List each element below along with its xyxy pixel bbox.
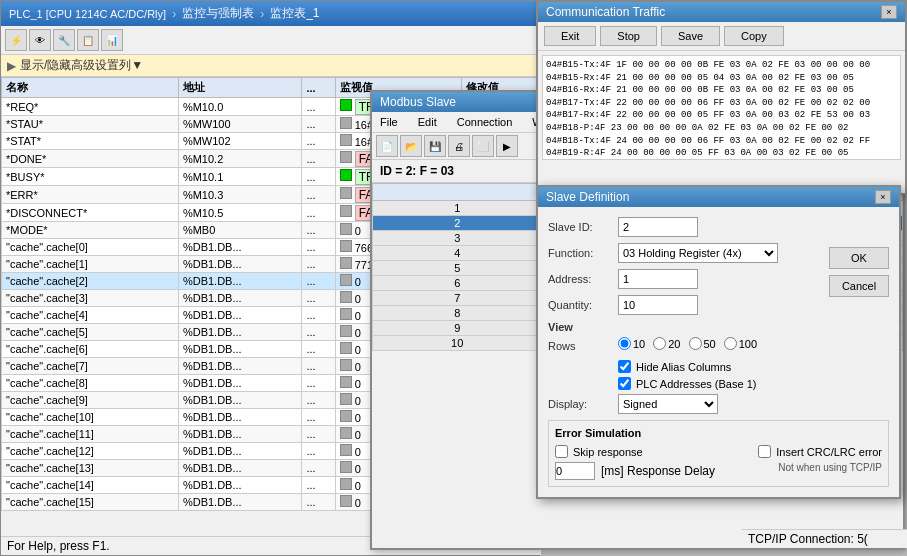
monitor-icon	[340, 151, 352, 163]
plc-cell-dots: ...	[302, 290, 335, 307]
plc-breadcrumb-2: 监控与强制表	[182, 5, 254, 22]
comm-title: Communication Traffic	[546, 5, 665, 19]
plc-cell-addr: %DB1.DB...	[178, 494, 302, 511]
comm-traffic-line: 04#B18-P:4F 23 00 00 00 00 0A 02 FE 03 0…	[546, 122, 897, 135]
hide-alias-row: Hide Alias Columns	[618, 360, 889, 373]
plc-cell-name: *DISCONNECT*	[2, 204, 179, 222]
quantity-input[interactable]	[618, 295, 698, 315]
row-radio-10[interactable]: 10	[618, 337, 645, 350]
skip-response-checkbox[interactable]	[555, 445, 568, 458]
slave-id-row: Slave ID:	[548, 217, 889, 237]
toolbar-btn-5[interactable]: 📊	[101, 29, 123, 51]
modbus-toolbar-new[interactable]: 📄	[376, 135, 398, 157]
address-input[interactable]	[618, 269, 698, 289]
plc-cell-dots: ...	[302, 168, 335, 186]
plc-cell-dots: ...	[302, 358, 335, 375]
slave-id-label: Slave ID:	[548, 221, 618, 233]
plc-cell-addr: %M10.5	[178, 204, 302, 222]
modbus-toolbar-save[interactable]: 💾	[424, 135, 446, 157]
plc-cell-addr: %M10.3	[178, 186, 302, 204]
monitor-icon	[340, 427, 352, 439]
comm-traffic-line: 04#B19-R:4F 24 00 00 00 00 05 FF 03 0A 0…	[546, 147, 897, 160]
ok-button[interactable]: OK	[829, 247, 889, 269]
col-name: 名称	[2, 78, 179, 98]
plc-cell-dots: ...	[302, 409, 335, 426]
insert-crc-row: Insert CRC/LRC error	[758, 445, 882, 458]
plc-cell-addr: %DB1.DB...	[178, 256, 302, 273]
plc-address-checkbox[interactable]	[618, 377, 631, 390]
slave-close-btn[interactable]: ×	[875, 190, 891, 204]
menu-file[interactable]: File	[376, 114, 402, 130]
plc-cell-name: "cache".cache[8]	[2, 375, 179, 392]
not-tcp-label: Not when using TCP/IP	[776, 462, 882, 473]
display-label: Display:	[548, 398, 618, 410]
menu-connection[interactable]: Connection	[453, 114, 517, 130]
hide-alias-checkbox[interactable]	[618, 360, 631, 373]
function-label: Function:	[548, 247, 618, 259]
modbus-cell-num: 7	[373, 291, 542, 306]
plc-cell-name: "cache".cache[13]	[2, 460, 179, 477]
monitor-icon	[340, 117, 352, 129]
plc-cell-dots: ...	[302, 494, 335, 511]
rows-radio-group: 10 20 50 100	[618, 337, 757, 350]
plc-cell-dots: ...	[302, 222, 335, 239]
slave-id-input[interactable]	[618, 217, 698, 237]
monitor-icon	[340, 205, 352, 217]
modbus-toolbar-print[interactable]: 🖨	[448, 135, 470, 157]
plc-cell-name: *DONE*	[2, 150, 179, 168]
modbus-toolbar-open[interactable]: 📂	[400, 135, 422, 157]
plc-cell-name: *MODE*	[2, 222, 179, 239]
cancel-button[interactable]: Cancel	[829, 275, 889, 297]
quantity-label: Quantity:	[548, 299, 618, 311]
plc-cell-dots: ...	[302, 186, 335, 204]
monitor-icon	[340, 240, 352, 252]
error-sim-section: Error Simulation Skip response [ms] Resp…	[548, 420, 889, 487]
modbus-toolbar-5[interactable]: ⬜	[472, 135, 494, 157]
plc-cell-addr: %DB1.DB...	[178, 341, 302, 358]
plc-cell-name: "cache".cache[1]	[2, 256, 179, 273]
plc-cell-addr: %DB1.DB...	[178, 426, 302, 443]
modbus-toolbar-6[interactable]: ▶	[496, 135, 518, 157]
function-select[interactable]: 03 Holding Register (4x) 01 Coil (0x) 02…	[618, 243, 778, 263]
plc-cell-addr: %MW100	[178, 116, 302, 133]
skip-response-row: Skip response	[555, 445, 715, 458]
slave-titlebar: Slave Definition ×	[538, 187, 899, 207]
display-row: Display: Signed Unsigned Hex Binary Floa…	[548, 394, 889, 414]
toolbar-btn-1[interactable]: ⚡	[5, 29, 27, 51]
monitor-icon	[340, 393, 352, 405]
display-select[interactable]: Signed Unsigned Hex Binary Float	[618, 394, 718, 414]
col-addr: 地址	[178, 78, 302, 98]
comm-save-btn[interactable]: Save	[661, 26, 720, 46]
ms-delay-input[interactable]	[555, 462, 595, 480]
comm-exit-btn[interactable]: Exit	[544, 26, 596, 46]
plc-cell-addr: %DB1.DB...	[178, 375, 302, 392]
plc-cell-name: "cache".cache[15]	[2, 494, 179, 511]
plc-cell-dots: ...	[302, 426, 335, 443]
comm-close-btn[interactable]: ×	[881, 5, 897, 19]
modbus-cell-num: 1	[373, 201, 542, 216]
modbus-cell-num: 8	[373, 306, 542, 321]
modbus-title: Modbus Slave	[380, 95, 456, 109]
plc-cell-dots: ...	[302, 150, 335, 168]
monitor-icon	[340, 444, 352, 456]
toolbar-btn-4[interactable]: 📋	[77, 29, 99, 51]
rows-row: Rows 10 20 50 100	[548, 337, 889, 354]
plc-cell-addr: %MW102	[178, 133, 302, 150]
address-label: Address:	[548, 273, 618, 285]
monitor-icon	[340, 410, 352, 422]
row-radio-20[interactable]: 20	[653, 337, 680, 350]
toolbar-btn-3[interactable]: 🔧	[53, 29, 75, 51]
row-radio-50[interactable]: 50	[689, 337, 716, 350]
toolbar-btn-2[interactable]: 👁	[29, 29, 51, 51]
error-sim-title: Error Simulation	[555, 427, 882, 439]
menu-edit[interactable]: Edit	[414, 114, 441, 130]
slave-dialog-title: Slave Definition	[546, 190, 629, 204]
settings-bar[interactable]: ▶ 显示/隐藏高级设置列▼	[1, 55, 539, 77]
monitor-icon	[340, 134, 352, 146]
plc-cell-addr: %DB1.DB...	[178, 324, 302, 341]
modbus-cell-num: 2	[373, 216, 542, 231]
comm-stop-btn[interactable]: Stop	[600, 26, 657, 46]
comm-copy-btn[interactable]: Copy	[724, 26, 784, 46]
insert-crc-checkbox[interactable]	[758, 445, 771, 458]
row-radio-100[interactable]: 100	[724, 337, 757, 350]
